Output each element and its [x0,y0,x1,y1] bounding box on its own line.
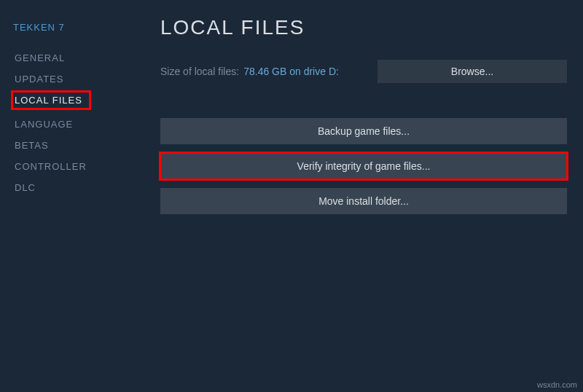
verify-button[interactable]: Verify integrity of game files... [160,153,567,179]
move-button[interactable]: Move install folder... [160,188,567,214]
size-value: 78.46 GB on drive D: [243,66,339,77]
page-title: LOCAL FILES [160,16,567,39]
highlight-local-files: LOCAL FILES [12,92,90,109]
backup-button[interactable]: Backup game files... [160,118,567,144]
sidebar-item-local-files[interactable]: LOCAL FILES [13,90,144,114]
watermark: wsxdn.com [537,380,577,389]
main-panel: LOCAL FILES Size of local files: 78.46 G… [144,0,583,392]
sidebar-item-language[interactable]: LANGUAGE [13,114,144,135]
sidebar-item-general[interactable]: GENERAL [13,47,144,68]
sidebar: TEKKEN 7 GENERAL UPDATES LOCAL FILES LAN… [0,0,144,392]
game-title: TEKKEN 7 [13,22,144,33]
size-label: Size of local files: [160,66,239,77]
browse-button[interactable]: Browse... [377,60,567,83]
sidebar-item-controller[interactable]: CONTROLLER [13,156,144,177]
sidebar-item-dlc[interactable]: DLC [13,177,144,198]
sidebar-item-betas[interactable]: BETAS [13,135,144,156]
sidebar-item-updates[interactable]: UPDATES [13,68,144,90]
size-row: Size of local files: 78.46 GB on drive D… [160,60,567,83]
app-root: TEKKEN 7 GENERAL UPDATES LOCAL FILES LAN… [0,0,583,392]
